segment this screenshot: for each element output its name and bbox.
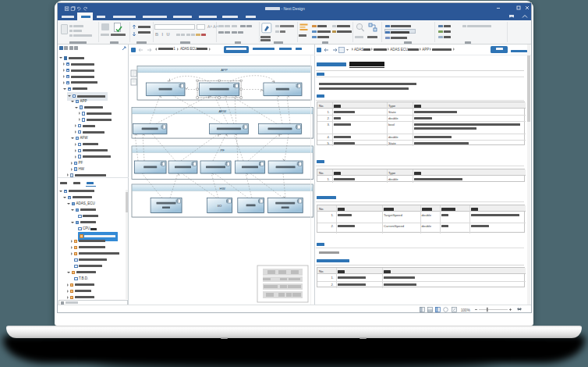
svg-text:PF: PF xyxy=(220,148,225,152)
svg-text:I/O: I/O xyxy=(218,204,222,208)
svg-text:HW: HW xyxy=(220,187,226,191)
svg-text:APP: APP xyxy=(221,68,228,72)
svg-text:100%: 100% xyxy=(461,308,470,312)
svg-text:AFW: AFW xyxy=(218,109,226,113)
